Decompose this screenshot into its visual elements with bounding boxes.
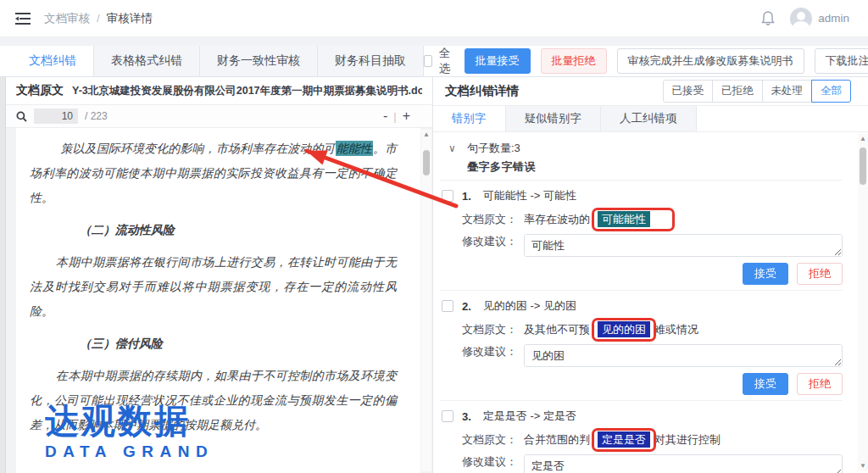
item-number: 2.: [462, 300, 471, 313]
doc-heading-3: （三）偿付风险: [30, 331, 397, 356]
breadcrumb-root[interactable]: 文档审核: [44, 11, 90, 26]
suggestion-input[interactable]: 可能性: [524, 234, 843, 257]
doc-error-highlight[interactable]: 能能性: [336, 141, 373, 156]
suggestion-input[interactable]: 见的困: [524, 344, 843, 367]
accept-button[interactable]: 接受: [743, 373, 788, 395]
item-rule: 见的的困 -> 见的困: [483, 298, 576, 314]
breadcrumb: 文档审核 / 审核详情: [44, 11, 153, 26]
scrollbar-thumb[interactable]: [860, 147, 866, 185]
tab-table-format[interactable]: 表格格式纠错: [94, 46, 200, 76]
suggest-label: 修改建议：: [462, 344, 517, 359]
main-tabs: 文档纠错 表格格式纠错 财务一致性审核 财务科目抽取: [12, 46, 424, 76]
select-all-label: 全选: [439, 46, 454, 76]
accept-button[interactable]: 接受: [743, 263, 788, 285]
error-category: 叠字多字错误: [448, 159, 843, 175]
toolbar-row: 文档纠错 表格格式纠错 财务一致性审核 财务科目抽取 全选 批量接受 批量拒绝 …: [0, 46, 868, 77]
suggest-label: 修改建议：: [462, 454, 517, 470]
source-before: 率存在波动的: [524, 212, 590, 227]
correction-item: 3. 定是是否 -> 定是否 文档原文： 合并范围的判 定是是否 对其进行控制 …: [440, 401, 843, 473]
batch-accept-button[interactable]: 批量接受: [465, 48, 531, 74]
doc-paragraph-1: 策以及国际环境变化的影响，市场利率存在波动的可: [60, 142, 335, 155]
doc-paragraph-2: 本期中期票据将在银行间市场上进行交易，在转让时可能由于无法及时找到交易对手而难以…: [30, 250, 397, 324]
error-highlight[interactable]: 见的的困: [598, 321, 650, 337]
detail-panel-title: 文档纠错详情: [445, 83, 519, 99]
document-review-app: 文档审核 / 审核详情 admin 文档纠错 表格格式纠错 财务一致性审核 财务…: [0, 0, 868, 473]
scroll-up-icon[interactable]: ▲: [858, 134, 868, 144]
source-before: 合并范围的判: [524, 432, 590, 448]
item-rule: 定是是否 -> 定是否: [483, 409, 576, 424]
source-before: 及其他不可预: [524, 322, 590, 337]
scroll-down-icon[interactable]: ▼: [858, 461, 868, 471]
correction-item: 2. 见的的困 -> 见的困 文档原文： 及其他不可预 见的的困 难或情况 修改…: [440, 291, 843, 401]
correction-list: ∨ 句子数量:3 叠字多字错误 1. 可能能性 -> 可能性 文档原文： 率存在…: [433, 132, 868, 473]
notification-bell-icon[interactable]: [761, 11, 775, 26]
source-after: 难或情况: [654, 322, 698, 337]
suggestion-input[interactable]: 定是否: [524, 454, 843, 473]
tab-suspected-typos[interactable]: 疑似错别字: [506, 106, 602, 131]
source-after: 对其进行控制: [654, 432, 721, 448]
correction-item: 1. 可能能性 -> 可能性 文档原文： 率存在波动的 可能能性 修改建议： 可…: [440, 181, 843, 291]
zoom-out-button[interactable]: -: [383, 109, 387, 124]
sentence-count: 句子数量:3: [467, 141, 520, 156]
item-rule: 可能能性 -> 可能性: [483, 188, 576, 203]
item-checkbox[interactable]: [442, 410, 453, 422]
select-all-checkbox[interactable]: [424, 55, 432, 67]
document-panel-title: 文档原文: [16, 83, 64, 98]
logo-english: DATA GRAND: [45, 442, 214, 461]
tab-doc-correction[interactable]: 文档纠错: [12, 46, 94, 76]
error-highlight[interactable]: 定是是否: [598, 431, 650, 448]
sentence-group-open: ∨ 句子数量:3 叠字多字错误: [440, 132, 843, 181]
source-label: 文档原文：: [462, 322, 517, 337]
page-total: / 223: [85, 110, 108, 122]
scrollbar-thumb[interactable]: [423, 150, 430, 175]
annotation-red-box: 见的的困: [592, 318, 656, 342]
tab-manual-corrections[interactable]: 人工纠错项: [601, 106, 697, 131]
document-page: 策以及国际环境变化的影响，市场利率存在波动的可能能性。市场利率的波动可能使本期中…: [16, 128, 420, 473]
breadcrumb-current: 审核详情: [107, 11, 153, 26]
reject-button[interactable]: 拒绝: [797, 263, 843, 285]
reject-button[interactable]: 拒绝: [797, 373, 843, 395]
zoom-divider: |: [393, 110, 396, 123]
avatar: [790, 8, 812, 30]
filter-pending[interactable]: 未处理: [762, 80, 813, 103]
source-label: 文档原文：: [462, 212, 517, 227]
suggest-label: 修改建议：: [462, 234, 517, 249]
status-filter-group: 已接受 已拒绝 未处理 全部: [663, 80, 852, 103]
zoom-in-button[interactable]: +: [403, 109, 410, 124]
search-icon[interactable]: [16, 111, 27, 122]
collapse-menu-icon[interactable]: [15, 13, 31, 25]
user-menu[interactable]: admin: [790, 8, 849, 30]
detail-tabs: 错别字 疑似错别字 人工纠错项: [433, 106, 868, 132]
item-checkbox[interactable]: [442, 300, 453, 312]
logo-chinese: 达观数据: [45, 402, 214, 439]
annotation-red-box: 可能能性: [592, 208, 675, 231]
document-pager-bar: / 223 - | +: [6, 105, 432, 128]
document-text: 策以及国际环境变化的影响，市场利率存在波动的可能能性。市场利率的波动可能使本期中…: [16, 128, 420, 437]
breadcrumb-separator: /: [97, 12, 100, 25]
document-viewer[interactable]: 策以及国际环境变化的影响，市场利率存在波动的可能能性。市场利率的波动可能使本期中…: [6, 128, 432, 473]
annotation-red-box: 定是是否: [592, 428, 656, 452]
top-gap-band: [0, 37, 868, 46]
scroll-up-icon[interactable]: ▲: [421, 130, 431, 140]
item-number: 3.: [462, 410, 471, 423]
doc-heading-2: （二）流动性风险: [30, 218, 397, 242]
filter-accepted[interactable]: 已接受: [663, 80, 714, 103]
filter-rejected[interactable]: 已拒绝: [712, 80, 763, 103]
tab-financial-subject[interactable]: 财务科目抽取: [318, 46, 424, 76]
download-annotated-button[interactable]: 下载批注版文件: [815, 48, 868, 74]
document-panel: 文档原文 Y-3北京城建投资发展股份有限公司2017年度第一期中期票据募集说明书…: [6, 77, 433, 473]
chevron-down-icon[interactable]: ∨: [448, 142, 459, 154]
error-highlight[interactable]: 可能能性: [598, 211, 650, 227]
detail-scrollbar[interactable]: ▲ ▼: [858, 134, 868, 471]
tab-financial-consistency[interactable]: 财务一致性审核: [200, 46, 318, 76]
datagrand-logo: 达观数据 DATA GRAND: [45, 402, 214, 461]
page-number-input[interactable]: [34, 109, 78, 124]
finish-generate-button[interactable]: 审核完成并生成修改版募集说明书: [617, 48, 804, 74]
tab-typos[interactable]: 错别字: [433, 106, 506, 131]
item-checkbox[interactable]: [442, 190, 453, 202]
username: admin: [818, 12, 849, 25]
document-scrollbar[interactable]: ▲: [421, 130, 431, 471]
document-filename: Y-3北京城建投资发展股份有限公司2017年度第一期中期票据募集说明书.docx: [72, 84, 422, 98]
filter-all[interactable]: 全部: [811, 80, 851, 103]
batch-reject-button[interactable]: 批量拒绝: [541, 48, 607, 74]
